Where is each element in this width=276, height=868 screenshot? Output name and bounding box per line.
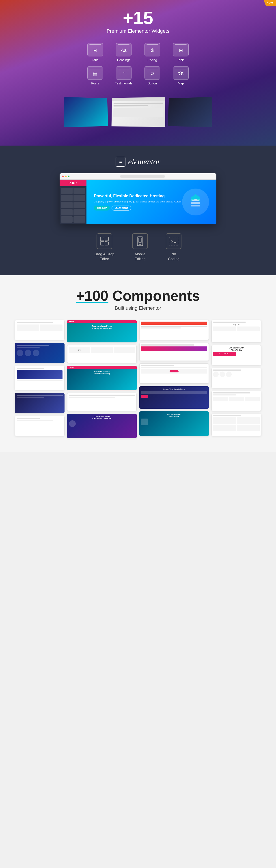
- widget-headings: Aa Headings: [111, 43, 137, 62]
- svg-rect-4: [100, 237, 104, 241]
- sidebar-el-3: [61, 195, 72, 201]
- components-title: +100 Components: [9, 289, 267, 303]
- drag-drop-label: Drag & DropEditor: [95, 252, 115, 262]
- canvas-buttons: DISCOVER LEARN MORE: [94, 206, 182, 211]
- screenshots-col-3: Search Your Domain Name Get Started with…: [139, 320, 209, 438]
- widget-icon-posts: ▤: [87, 66, 103, 80]
- svg-rect-7: [105, 242, 109, 245]
- no-coding-label: NoCoding: [168, 252, 179, 262]
- widget-icon-headings: Aa: [116, 43, 131, 56]
- screenshots-col-2: PHOX Premium WordPresshosting for everyo…: [67, 320, 137, 438]
- sidebar-el-8: [73, 209, 85, 215]
- editor-topbar: [60, 173, 216, 180]
- feature-no-coding: NoCoding: [166, 234, 181, 262]
- canvas-subtitle: Get plenty of power and room to grow, go…: [94, 200, 182, 203]
- sidebar-el-9: [61, 216, 72, 223]
- svg-line-12: [171, 240, 173, 241]
- sidebar-elements: [60, 186, 87, 224]
- screenshot-center: [112, 97, 165, 127]
- sidebar-el-5: [61, 202, 72, 208]
- hero-number: +15: [4, 9, 272, 27]
- widget-pricing: $ Pricing: [139, 43, 165, 62]
- screenshots-col-4: Why Us? Get Started withPhox Today GET S…: [212, 320, 261, 438]
- svg-rect-1: [191, 205, 200, 207]
- thumb-4-4: [212, 391, 261, 411]
- sidebar-logo: PHOX: [60, 180, 87, 186]
- thumb-2-5: YOUR HOST, FROMIDEA TO ENTERPRISE: [67, 414, 137, 438]
- svg-point-9: [140, 244, 141, 245]
- widget-label-pricing: Pricing: [147, 58, 157, 62]
- thumb-2-4: [67, 393, 137, 411]
- thumb-4-5: [212, 414, 261, 436]
- thumb-2-2: ⚙: [67, 345, 137, 363]
- canvas-text: Powerful, Flexible Dedicated Hosting Get…: [94, 193, 182, 211]
- sidebar-el-1: [61, 188, 72, 194]
- sidebar-el-10: [73, 216, 85, 223]
- screenshot-left: [64, 97, 108, 127]
- widget-icon-testimonials: ": [116, 66, 131, 80]
- components-subtitle: Built using Elementor: [9, 305, 267, 311]
- thumb-3-4: Search Your Domain Name: [139, 386, 209, 409]
- server-graphic-icon: [187, 193, 205, 211]
- elementor-wordmark: elementor: [128, 157, 160, 166]
- thumb-1-5: [15, 416, 64, 436]
- thumb-3-3: [139, 364, 209, 383]
- widget-tabs: ⊟ Tabs: [82, 43, 109, 62]
- thumb-4-3: [212, 368, 261, 388]
- topbar-dot-red: [62, 176, 64, 177]
- discover-button[interactable]: DISCOVER: [94, 206, 110, 211]
- widget-map: 🗺 Map: [168, 66, 194, 85]
- new-badge: NEW: [264, 0, 276, 6]
- elementor-logo-icon: ≡: [116, 157, 125, 166]
- editor-preview: PHOX Powerful, Flexible Dedica: [60, 173, 216, 224]
- sidebar-el-6: [73, 202, 85, 208]
- editor-body: PHOX Powerful, Flexible Dedica: [60, 180, 216, 224]
- widgets-grid: ⊟ Tabs Aa Headings $ Pricing ⊞ Table: [82, 43, 194, 85]
- widget-icon-map: 🗺: [173, 66, 189, 80]
- learn-more-button[interactable]: LEARN MORE: [112, 206, 131, 211]
- svg-rect-10: [139, 238, 141, 243]
- components-section: +100 Components Built using Elementor: [0, 275, 276, 452]
- svg-rect-5: [105, 237, 109, 241]
- screenshots-mosaic: PHOX Premium WordPresshosting for everyo…: [15, 320, 261, 438]
- thumb-3-5: Get Started withPhox Today: [139, 411, 209, 436]
- widget-icon-tabs: ⊟: [87, 43, 103, 56]
- elementor-section: ≡ elementor PHOX: [0, 146, 276, 275]
- thumb-1-2: [15, 343, 64, 363]
- widget-label-posts: Posts: [91, 82, 99, 85]
- thumb-2-1: PHOX Premium WordPresshosting for everyo…: [67, 320, 137, 342]
- feature-mobile: MobileEditing: [132, 234, 148, 262]
- mobile-editing-label: MobileEditing: [135, 252, 146, 262]
- mobile-icon: [132, 234, 148, 249]
- thumb-1-4: [15, 393, 64, 413]
- widget-label-headings: Headings: [117, 58, 130, 62]
- thumb-2-3: PHOX Powerful, FlexibleDedicated Hosting: [67, 366, 137, 390]
- widget-testimonials: " Testimonials: [111, 66, 137, 85]
- screenshots-col-1: [15, 320, 64, 438]
- widget-label-testimonials: Testimonials: [115, 82, 132, 85]
- widget-label-tabs: Tabs: [92, 58, 98, 62]
- hero-section: NEW +15 Premium Elementor Widgets ⊟ Tabs…: [0, 0, 276, 146]
- widget-button: ↺ Button: [139, 66, 165, 85]
- topbar-dot-yellow: [65, 176, 66, 177]
- drag-drop-icon: [97, 234, 112, 249]
- thumb-4-1: Why Us?: [212, 320, 261, 342]
- sidebar-el-2: [73, 188, 85, 194]
- topbar-dot-green: [68, 176, 69, 177]
- features-row: Drag & DropEditor MobileEditing: [4, 234, 272, 262]
- widget-label-table: Table: [177, 58, 185, 62]
- editor-canvas: Powerful, Flexible Dedicated Hosting Get…: [87, 180, 216, 224]
- sidebar-el-4: [73, 195, 85, 201]
- widget-icon-pricing: $: [145, 43, 160, 56]
- thumb-1-1: [15, 320, 64, 340]
- canvas-title: Powerful, Flexible Dedicated Hosting: [94, 193, 182, 199]
- address-bar: [120, 175, 165, 178]
- thumb-3-1: [139, 320, 209, 340]
- canvas-graphic: [182, 189, 209, 215]
- svg-line-13: [171, 241, 173, 243]
- widget-posts: ▤ Posts: [82, 66, 109, 85]
- sidebar-el-7: [61, 209, 72, 215]
- feature-drag-drop: Drag & DropEditor: [95, 234, 115, 262]
- components-count: +100: [76, 288, 108, 304]
- svg-rect-6: [100, 242, 104, 245]
